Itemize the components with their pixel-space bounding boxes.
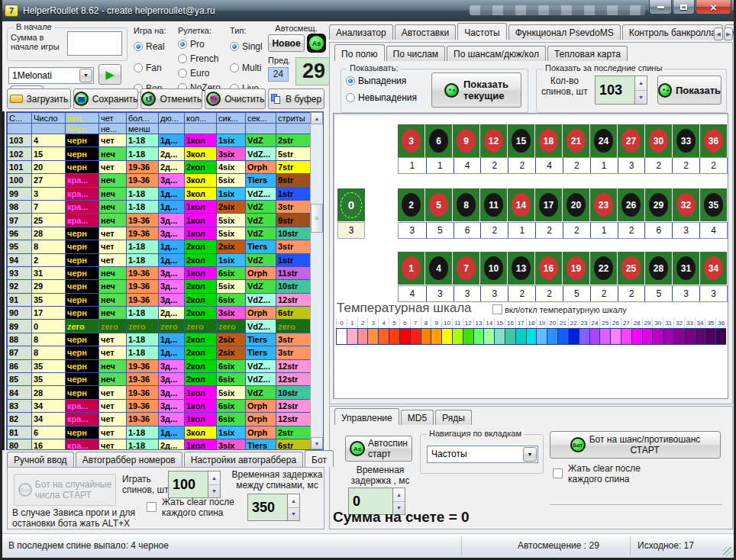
scroll-thumb[interactable]: ≡ <box>311 204 323 233</box>
table-scrollbar[interactable]: ▲ ≡ ▼ <box>310 112 323 449</box>
bottab-2[interactable]: Настройки автограббера <box>184 452 303 467</box>
col-header[interactable] <box>159 124 185 134</box>
bottab-1[interactable]: Автограббер номеров <box>76 452 182 467</box>
close-button[interactable]: × <box>696 0 731 14</box>
maximize-button[interactable] <box>673 0 695 14</box>
col-header[interactable]: менш <box>127 124 159 134</box>
undo-button[interactable]: ↺ Отменить <box>140 89 202 109</box>
autoshift-as-button[interactable]: As <box>307 34 326 53</box>
show-current-icon <box>444 83 459 98</box>
autospin-start-button[interactable]: As Автоспинстарт <box>345 436 412 462</box>
radio-pro[interactable]: Pro <box>178 39 221 50</box>
col-header[interactable] <box>8 124 32 134</box>
spins-count-spinner[interactable]: 100 ▲▼ <box>168 471 221 498</box>
col-header[interactable] <box>217 124 246 134</box>
col-header[interactable] <box>32 124 66 134</box>
tab-1[interactable]: Автоставки <box>395 24 457 40</box>
tabs-scroll-right[interactable]: ▶ <box>724 27 733 40</box>
bot-delay-value[interactable]: 350 <box>247 494 287 521</box>
save-button[interactable]: Сохранить <box>73 89 139 109</box>
ctltab-1[interactable]: MD5 <box>401 410 434 425</box>
count-spins-spinner[interactable]: 103 ▲▼ <box>595 76 647 105</box>
random-bot-start-button[interactable]: Бот Бот на случайныечисла СТАРТ <box>14 474 116 506</box>
start-sum-input[interactable] <box>67 31 122 56</box>
col-header[interactable]: Черн <box>66 124 99 134</box>
col-header[interactable] <box>185 124 217 134</box>
subtab-3[interactable]: Тепловая карта <box>547 46 628 61</box>
bottab-0[interactable]: Ручной ввод <box>7 452 74 467</box>
app-icon: 7 <box>5 5 18 17</box>
radio-notfallen[interactable]: Невыпадения <box>346 92 417 103</box>
col-header[interactable]: кол... <box>185 113 217 124</box>
col-header[interactable] <box>246 124 276 134</box>
preset-combo[interactable]: 1Melonati ▼ <box>8 67 94 84</box>
nav-combo-arrow[interactable]: ▼ <box>523 447 537 462</box>
col-header[interactable]: сик... <box>217 113 246 124</box>
radio-fan[interactable]: Fan <box>134 63 166 73</box>
scale-number: 27 <box>621 318 631 328</box>
tab-2[interactable]: Частоты <box>457 23 507 40</box>
count-spins-arrows[interactable]: ▲▼ <box>634 76 647 105</box>
cell-value: 3str <box>276 240 312 253</box>
bottab-3[interactable]: Бот <box>305 450 334 467</box>
temp-scale-checkbox[interactable] <box>492 304 502 314</box>
radio-fallen[interactable]: Выпадения <box>346 76 406 86</box>
load-button[interactable]: Загрузить <box>7 89 71 109</box>
radio-french[interactable]: French <box>178 53 221 64</box>
temp-scale-toggle[interactable]: вкл/откл температурную шкалу <box>492 304 627 314</box>
nav-combo[interactable]: Частоты ▼ <box>427 446 538 463</box>
buffer-button[interactable]: В буфер <box>268 89 324 109</box>
cell-spin: 101 <box>8 160 32 173</box>
play-button[interactable]: ▶ <box>98 64 121 85</box>
show-current-button[interactable]: Показатьтекущие <box>431 72 521 108</box>
ctltab-2[interactable]: Ряды <box>435 410 472 425</box>
show-button[interactable]: Показать <box>657 76 721 105</box>
scale-number: 17 <box>515 318 526 328</box>
cell-spin: 84 <box>8 386 32 399</box>
scale-number: 15 <box>494 318 505 328</box>
autoshift-new-button[interactable]: Новое <box>268 34 305 52</box>
radio-multi[interactable]: Multi <box>230 63 263 73</box>
scroll-up-button[interactable]: ▲ <box>311 112 323 124</box>
bot-clear-checkbox[interactable] <box>147 500 157 513</box>
col-header[interactable]: Число <box>32 113 66 124</box>
resize-grip[interactable] <box>723 547 732 556</box>
chance-bot-start-button[interactable]: Бот Бот на шанс/противошансСТАРТ <box>550 431 721 459</box>
ctltab-0[interactable]: Управление <box>334 408 399 425</box>
preset-combo-arrow[interactable]: ▼ <box>79 69 92 82</box>
field-number-29: 29 <box>645 188 672 221</box>
col-header[interactable]: бол... <box>127 113 159 124</box>
scale-number: 12 <box>463 318 473 328</box>
tab-3[interactable]: Функционал PsevdoMS <box>508 24 621 40</box>
col-header[interactable]: сек... <box>246 113 276 124</box>
spins-count-arrows[interactable]: ▲▼ <box>208 471 221 498</box>
tab-0[interactable]: Анализатор <box>329 24 393 40</box>
col-header[interactable]: дю... <box>159 113 185 124</box>
col-header[interactable]: стриты <box>276 113 312 124</box>
bot-delay-arrows[interactable]: ▲▼ <box>287 494 300 521</box>
col-header[interactable]: чет <box>99 113 127 124</box>
count-spins-value[interactable]: 103 <box>595 76 634 105</box>
subtab-0[interactable]: По полю <box>334 44 385 61</box>
col-header[interactable]: Кра... <box>66 113 99 124</box>
col-header[interactable]: С... <box>8 113 32 124</box>
radio-singl[interactable]: Singl <box>230 41 263 52</box>
subtab-2[interactable]: По шансам/дюж/кол <box>447 46 546 61</box>
ctl-clear-checkbox[interactable] <box>553 466 563 480</box>
tabs-scroll-left[interactable]: ◀ <box>714 27 723 40</box>
tab-4[interactable]: Контроль банкролла <box>622 24 723 40</box>
scroll-down-button[interactable]: ▼ <box>311 437 323 449</box>
radio-real[interactable]: Real <box>134 41 166 52</box>
minimize-button[interactable] <box>649 0 672 14</box>
spins-count-value[interactable]: 100 <box>168 471 208 498</box>
col-header[interactable]: не... <box>99 124 127 134</box>
cell-value: чет <box>99 439 127 450</box>
cell-value: кра... <box>66 174 99 187</box>
col-header[interactable] <box>276 124 312 134</box>
clear-button[interactable]: Очистить <box>205 89 266 109</box>
bot-delay-spinner[interactable]: 350 ▲▼ <box>247 494 300 521</box>
radio-euro[interactable]: Euro <box>178 68 221 79</box>
cell-value: 9str <box>276 214 312 227</box>
cell-number: 7 <box>32 200 66 213</box>
subtab-1[interactable]: По числам <box>386 46 446 61</box>
